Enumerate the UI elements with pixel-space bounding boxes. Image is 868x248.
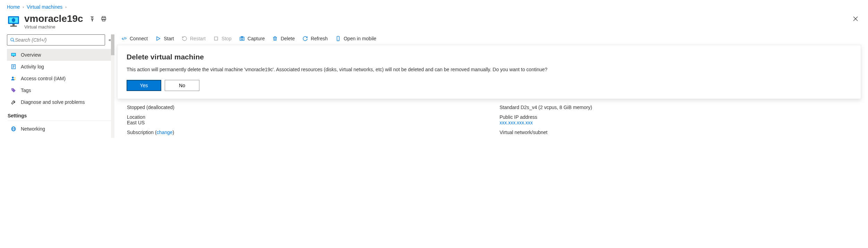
search-icon	[10, 38, 15, 42]
toolbar-restart: Restart	[182, 36, 206, 41]
monitor-icon	[10, 52, 17, 58]
sidebar-item-label: Diagnose and solve problems	[21, 99, 85, 105]
subscription-label: Subscription	[127, 130, 154, 135]
sidebar-item-activity-log[interactable]: Activity log	[7, 61, 111, 73]
toolbar-label: Open in mobile	[344, 36, 376, 41]
dialog-title: Delete virtual machine	[127, 53, 852, 61]
svg-rect-3	[10, 26, 17, 27]
svg-rect-7	[102, 19, 105, 21]
yes-button[interactable]: Yes	[127, 80, 161, 91]
pin-icon[interactable]	[89, 16, 95, 22]
page-title: vmoracle19c	[24, 13, 83, 24]
breadcrumb-home[interactable]: Home	[7, 4, 20, 10]
public-ip-label: Public IP address	[500, 114, 852, 120]
toolbar-label: Restart	[190, 36, 206, 41]
location-label: Location	[127, 114, 479, 120]
dialog-body: This action will permanently delete the …	[127, 66, 852, 74]
toolbar-refresh[interactable]: Refresh	[302, 36, 328, 41]
globe-icon	[10, 126, 17, 132]
svg-rect-13	[12, 53, 16, 56]
toolbar-label: Refresh	[311, 36, 328, 41]
resource-type-subtitle: Virtual machine	[24, 24, 107, 30]
public-ip-value[interactable]: xxx.xxx.xxx.xxx	[500, 120, 852, 125]
collapse-sidebar-icon[interactable]: «	[109, 38, 111, 42]
search-field[interactable]	[15, 37, 102, 43]
sidebar-item-diagnose[interactable]: Diagnose and solve problems	[7, 96, 111, 108]
trash-icon	[272, 36, 278, 41]
connect-icon	[121, 36, 127, 41]
toolbar-start[interactable]: Start	[155, 36, 174, 41]
sidebar-item-tags[interactable]: Tags	[7, 84, 111, 96]
svg-line-11	[13, 41, 15, 42]
print-icon[interactable]	[101, 16, 107, 22]
breadcrumb: Home › Virtual machines ›	[7, 4, 861, 10]
svg-rect-27	[214, 37, 217, 40]
search-input[interactable]	[7, 34, 105, 46]
toolbar-delete[interactable]: Delete	[272, 36, 294, 41]
vm-icon	[7, 15, 20, 28]
wrench-icon	[10, 99, 17, 105]
toolbar-open-mobile[interactable]: Open in mobile	[335, 36, 376, 41]
svg-point-19	[12, 77, 14, 78]
toolbar-connect[interactable]: Connect	[121, 36, 148, 41]
sidebar-item-access-control[interactable]: Access control (IAM)	[7, 73, 111, 84]
status-value: Stopped (deallocated)	[127, 105, 479, 110]
subscription-change-link[interactable]: change	[157, 130, 173, 135]
breadcrumb-vms[interactable]: Virtual machines	[27, 4, 62, 10]
toolbar-capture[interactable]: Capture	[239, 36, 265, 41]
sidebar-section-settings: Settings	[8, 108, 111, 121]
no-button[interactable]: No	[165, 80, 199, 91]
person-icon	[10, 75, 17, 82]
restart-icon	[182, 36, 187, 41]
svg-point-29	[241, 38, 243, 40]
vnet-label: Virtual network/subnet	[500, 130, 852, 135]
close-icon[interactable]	[850, 13, 861, 26]
sidebar-item-label: Activity log	[21, 64, 44, 69]
toolbar-stop: Stop	[213, 36, 232, 41]
svg-point-22	[12, 89, 13, 90]
svg-marker-26	[157, 37, 160, 41]
toolbar-label: Capture	[248, 36, 265, 41]
sidebar-scrollbar[interactable]	[111, 34, 114, 138]
chevron-right-icon: ›	[23, 5, 24, 9]
toolbar-label: Delete	[281, 36, 294, 41]
sidebar-item-label: Networking	[21, 126, 45, 132]
mobile-icon	[335, 36, 341, 41]
chevron-right-icon: ›	[65, 5, 67, 9]
svg-point-10	[11, 38, 14, 41]
capture-icon	[239, 36, 245, 41]
sidebar-item-label: Access control (IAM)	[21, 76, 66, 81]
refresh-icon	[302, 36, 308, 41]
svg-rect-2	[12, 24, 15, 26]
sidebar-item-label: Overview	[21, 52, 41, 58]
location-value: East US	[127, 120, 479, 125]
toolbar-label: Stop	[222, 36, 232, 41]
tag-icon	[10, 87, 17, 93]
sidebar-item-networking[interactable]: Networking	[7, 123, 111, 135]
scrollbar-thumb[interactable]	[111, 34, 114, 55]
size-value: Standard D2s_v4 (2 vcpus, 8 GiB memory)	[500, 105, 852, 110]
command-toolbar: Connect Start Restart Stop Capture	[117, 34, 861, 45]
log-icon	[10, 64, 17, 70]
svg-point-20	[15, 77, 16, 78]
svg-rect-30	[241, 36, 243, 37]
sidebar-item-overview[interactable]: Overview	[7, 49, 111, 61]
sidebar-item-label: Tags	[21, 88, 31, 93]
play-icon	[155, 36, 161, 41]
toolbar-label: Start	[164, 36, 174, 41]
delete-confirm-dialog: Delete virtual machine This action will …	[117, 45, 861, 99]
svg-point-21	[15, 79, 16, 80]
svg-rect-14	[13, 56, 14, 57]
stop-icon	[213, 36, 219, 41]
toolbar-label: Connect	[130, 36, 148, 41]
